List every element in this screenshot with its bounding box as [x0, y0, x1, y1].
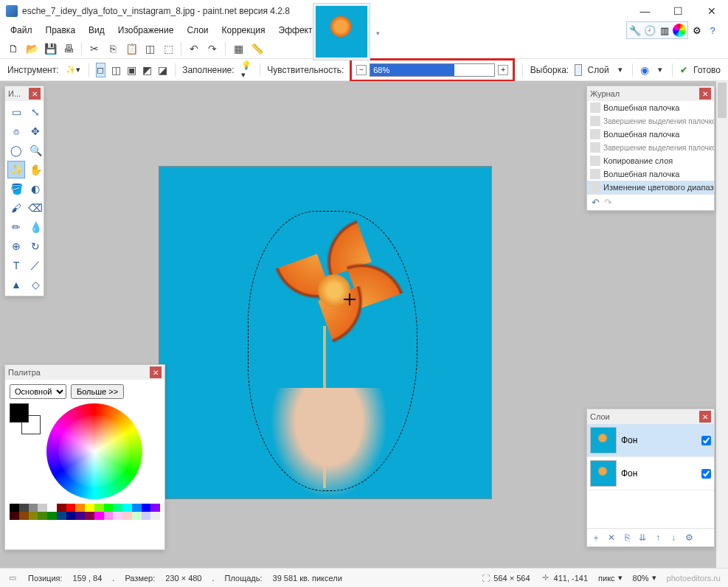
selection-replace-icon[interactable]: ◻ — [96, 63, 105, 77]
history-item[interactable]: Завершение выделения палочкой — [587, 141, 714, 154]
deselect-icon[interactable]: ⬚ — [161, 41, 176, 56]
paste-icon[interactable]: 📋 — [124, 41, 139, 56]
palette-swatch[interactable] — [122, 504, 132, 512]
palette-swatch[interactable] — [10, 512, 19, 520]
tool-brush[interactable]: 🖌 — [7, 199, 25, 217]
tolerance-slider[interactable]: 68% — [370, 63, 495, 77]
history-item[interactable]: Изменение цветового диапазона — [587, 181, 714, 194]
vertical-scrollbar[interactable] — [716, 81, 728, 568]
layer-delete-icon[interactable]: ✕ — [605, 531, 618, 544]
tools-panel-close[interactable]: ✕ — [29, 88, 41, 100]
palette-swatch[interactable] — [38, 504, 47, 512]
print-icon[interactable]: 🖶 — [61, 41, 76, 56]
layers-panel-close[interactable]: ✕ — [699, 411, 711, 423]
history-redo-icon[interactable]: ↷ — [604, 197, 612, 208]
tool-fill[interactable]: 🪣 — [7, 180, 25, 198]
palette-swatch[interactable] — [142, 504, 151, 512]
ruler-icon[interactable]: 📏 — [249, 41, 264, 56]
history-item[interactable]: Копирование слоя — [587, 154, 714, 167]
palette-swatch[interactable] — [122, 512, 132, 520]
palette-swatch[interactable] — [85, 512, 94, 520]
color-wheel[interactable] — [46, 403, 142, 499]
layer-merge-icon[interactable]: ⇊ — [636, 531, 649, 544]
layer-visible-checkbox[interactable] — [701, 469, 711, 479]
palette-swatch[interactable] — [19, 504, 29, 512]
layer-duplicate-icon[interactable]: ⎘ — [620, 531, 634, 544]
maximize-button[interactable]: ☐ — [662, 0, 695, 22]
tool-ellipse-select[interactable]: ◯ — [7, 142, 25, 159]
tool-eraser[interactable]: ⌫ — [27, 199, 44, 217]
save-icon[interactable]: 💾 — [43, 41, 58, 56]
tool-recolor[interactable]: ↻ — [27, 237, 44, 255]
palette-swatch[interactable] — [113, 512, 122, 520]
history-panel-close[interactable]: ✕ — [699, 88, 711, 100]
open-icon[interactable]: 📂 — [24, 41, 39, 56]
flood-dropdown[interactable]: ▾ — [655, 63, 665, 77]
palette-strip[interactable] — [10, 504, 160, 520]
palette-swatch[interactable] — [150, 504, 160, 512]
history-item[interactable]: Волшебная палочка — [587, 167, 714, 181]
history-item[interactable]: Волшебная палочка — [587, 101, 714, 114]
palette-swatch[interactable] — [104, 504, 114, 512]
palette-swatch[interactable] — [75, 512, 85, 520]
history-item[interactable]: Волшебная палочка — [587, 128, 714, 141]
palette-swatch[interactable] — [142, 512, 151, 520]
panel-toggle-colors-icon[interactable] — [673, 24, 686, 37]
tool-rect-select[interactable]: ▭ — [7, 103, 25, 121]
flood-mode-icon[interactable]: ◉ — [640, 63, 649, 77]
document-thumbnail[interactable] — [313, 3, 370, 60]
palette-swatch[interactable] — [104, 512, 114, 520]
tolerance-minus-button[interactable]: − — [356, 65, 367, 75]
minimize-button[interactable]: ― — [628, 0, 662, 22]
selection-subtract-icon[interactable]: ▣ — [127, 63, 136, 77]
layer-up-icon[interactable]: ↑ — [651, 531, 665, 544]
cut-icon[interactable]: ✂ — [87, 41, 102, 56]
menu-edit[interactable]: Правка — [40, 23, 82, 38]
fill-mode-dropdown[interactable]: 💡▾ — [240, 63, 252, 77]
layer-props-icon[interactable]: ⚙ — [682, 531, 696, 544]
menu-layers[interactable]: Слои — [181, 23, 214, 38]
palette-swatch[interactable] — [38, 512, 47, 520]
color-swatches[interactable] — [10, 403, 41, 434]
palette-swatch[interactable] — [19, 512, 29, 520]
new-icon[interactable]: 🗋 — [6, 41, 21, 56]
tool-move-pixels[interactable]: ✥ — [27, 122, 44, 140]
selection-intersect-icon[interactable]: ◩ — [142, 63, 152, 77]
settings-icon[interactable]: ⚙ — [690, 24, 704, 37]
tool-shapes[interactable]: ▲ — [7, 276, 25, 294]
palette-swatch[interactable] — [66, 504, 76, 512]
palette-swatch[interactable] — [85, 504, 94, 512]
menu-file[interactable]: Файл — [4, 23, 38, 38]
layer-add-icon[interactable]: ＋ — [589, 531, 603, 544]
palette-swatch[interactable] — [113, 504, 122, 512]
palette-swatch[interactable] — [132, 512, 142, 520]
canvas[interactable] — [159, 167, 491, 499]
primary-color-swatch[interactable] — [10, 403, 29, 423]
tool-move-selection[interactable]: ⤡ — [27, 103, 44, 121]
colors-more-button[interactable]: Больше >> — [71, 384, 124, 399]
tool-color-picker[interactable]: 💧 — [27, 218, 44, 236]
tool-zoom[interactable]: 🔍 — [27, 142, 44, 159]
redo-icon[interactable]: ↷ — [205, 41, 220, 56]
tool-clone[interactable]: ⊕ — [7, 237, 25, 255]
status-zoom[interactable]: 80% — [633, 574, 649, 583]
palette-swatch[interactable] — [132, 504, 142, 512]
layer-down-icon[interactable]: ↓ — [667, 531, 680, 544]
sample-dropdown[interactable]: ▾ — [615, 63, 625, 77]
palette-swatch[interactable] — [66, 512, 76, 520]
tool-selector[interactable]: ✨▾ — [65, 63, 81, 77]
layer-visible-checkbox[interactable] — [701, 436, 711, 445]
palette-swatch[interactable] — [47, 504, 57, 512]
palette-swatch[interactable] — [150, 512, 160, 520]
panel-toggle-history-icon[interactable]: 🕘 — [643, 24, 656, 37]
color-mode-select[interactable]: Основной — [10, 384, 66, 399]
selection-xor-icon[interactable]: ◪ — [158, 63, 167, 77]
tool-lasso[interactable]: ⌾ — [7, 122, 25, 140]
menu-adjust[interactable]: Коррекция — [216, 23, 271, 38]
palette-swatch[interactable] — [29, 512, 38, 520]
status-unit[interactable]: пикс — [598, 574, 615, 583]
palette-swatch[interactable] — [94, 504, 104, 512]
palette-swatch[interactable] — [57, 504, 66, 512]
history-item[interactable]: Завершение выделения палочкой — [587, 114, 714, 128]
copy-icon[interactable]: ⎘ — [105, 41, 120, 56]
